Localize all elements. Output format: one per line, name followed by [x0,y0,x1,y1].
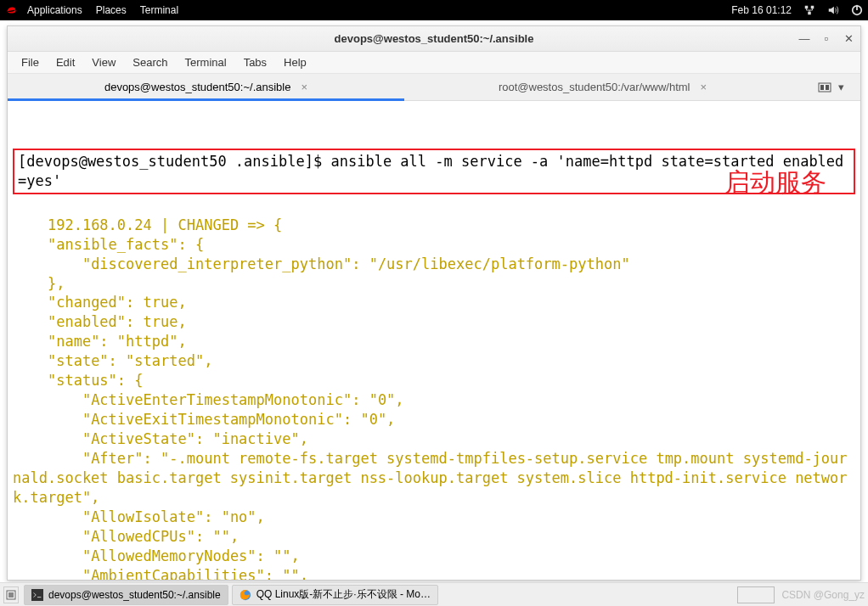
close-button[interactable]: ✕ [842,32,855,46]
power-icon[interactable] [851,4,863,16]
terminal-window: devops@westos_student50:~/.ansible — ▫ ✕… [7,25,861,581]
menu-edit[interactable]: Edit [48,53,83,71]
terminal-icon [31,589,43,601]
menu-tabs[interactable]: Tabs [235,53,275,71]
redhat-logo-icon [5,4,17,16]
annotation-label: 启动服务 [724,166,826,200]
titlebar[interactable]: devops@westos_student50:~/.ansible — ▫ ✕ [8,26,860,52]
ansible-output: 192.168.0.24 | CHANGED => { "ansible_fac… [13,216,848,580]
taskbar: devops@westos_student50:~/.ansible QQ Li… [0,582,868,606]
menu-search[interactable]: Search [124,53,176,71]
top-panel: Applications Places Terminal Feb 16 01:1… [0,0,868,20]
menu-terminal[interactable]: Terminal [177,53,235,71]
tab-label: root@westos_student50:/var/www/html [499,81,690,93]
taskbar-task-firefox[interactable]: QQ Linux版-新不止步·乐不设限 - Mo… [232,585,438,605]
volume-icon[interactable] [827,4,839,16]
prompt: [devops@westos_student50 .ansible]$ [18,153,330,170]
tabbar: devops@westos_student50:~/.ansible × roo… [8,74,860,101]
show-desktop-button[interactable] [3,586,19,603]
network-icon[interactable] [803,4,815,16]
minimize-button[interactable]: — [798,32,811,46]
maximize-button[interactable]: ▫ [820,32,833,46]
chevron-down-icon[interactable]: ▾ [838,81,844,93]
svg-rect-4 [856,5,858,10]
terminal-content[interactable]: [devops@westos_student50 .ansible]$ ansi… [8,101,860,580]
tab-label: devops@westos_student50:~/.ansible [104,81,291,93]
svg-rect-8 [31,589,43,601]
window-title: devops@westos_student50:~/.ansible [335,32,534,45]
broadcast-icon[interactable] [818,81,831,93]
tab-extra: ▾ [801,74,860,100]
firefox-icon [240,589,251,601]
terminal-launcher[interactable]: Terminal [133,4,185,16]
tab-active[interactable]: devops@westos_student50:~/.ansible × [8,74,404,100]
menubar: File Edit View Search Terminal Tabs Help [8,52,860,74]
applications-menu[interactable]: Applications [20,4,89,16]
svg-rect-2 [808,12,811,15]
svg-rect-1 [811,6,814,9]
task-label: devops@westos_student50:~/.ansible [48,589,221,601]
clock[interactable]: Feb 16 01:12 [731,4,792,16]
svg-rect-7 [8,592,14,598]
places-menu[interactable]: Places [89,4,133,16]
input-method-indicator[interactable] [737,586,775,603]
watermark: CSDN @Gong_yz [781,589,865,601]
menu-file[interactable]: File [13,53,48,71]
menu-help[interactable]: Help [275,53,315,71]
tab-inactive[interactable]: root@westos_student50:/var/www/html × [404,74,801,100]
taskbar-task-terminal[interactable]: devops@westos_student50:~/.ansible [24,585,228,605]
task-label: QQ Linux版-新不止步·乐不设限 - Mo… [256,587,431,602]
svg-rect-0 [805,6,809,9]
menu-view[interactable]: View [83,53,124,71]
tab-close-icon[interactable]: × [701,81,707,93]
tab-close-icon[interactable]: × [301,81,307,93]
